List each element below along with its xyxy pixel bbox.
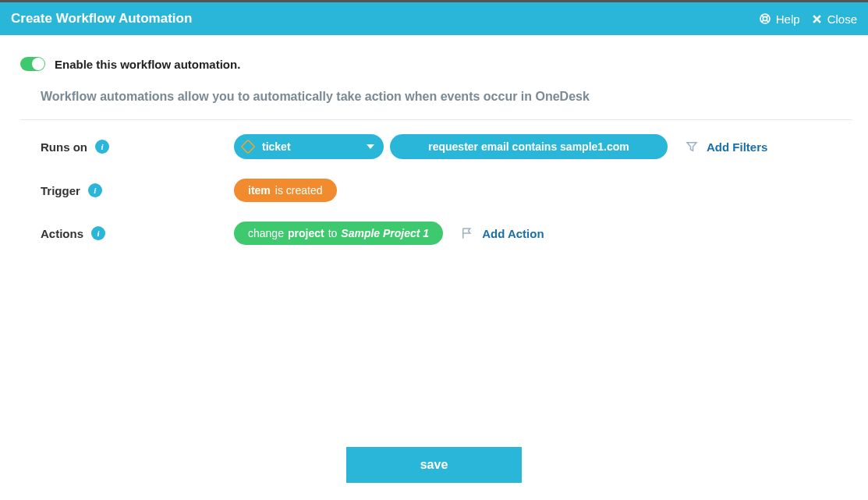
ticket-icon: [240, 139, 256, 154]
enable-label: Enable this workflow automation.: [55, 58, 240, 71]
add-filters-button[interactable]: Add Filters: [685, 140, 767, 154]
modal-header: Create Workflow Automation Help Close: [0, 2, 868, 35]
help-label: Help: [776, 12, 800, 26]
trigger-text: Trigger: [41, 184, 80, 197]
actions-row: Actions i change project to Sample Proje…: [41, 222, 852, 245]
runs-on-content: ticket requester email contains sample1.…: [234, 134, 767, 159]
toggle-knob: [32, 58, 44, 70]
svg-line-3: [767, 15, 769, 17]
filter-text: requester email contains sample1.com: [428, 140, 629, 153]
save-row: save: [0, 447, 868, 483]
filter-icon: [685, 140, 699, 154]
filter-pill[interactable]: requester email contains sample1.com: [390, 134, 668, 159]
add-filters-label: Add Filters: [707, 140, 767, 154]
action-pill[interactable]: change project to Sample Project 1: [234, 222, 443, 245]
trigger-pill[interactable]: item is created: [234, 179, 337, 202]
help-button[interactable]: Help: [759, 12, 800, 26]
svg-rect-8: [242, 140, 255, 154]
chevron-down-icon: [367, 144, 374, 149]
close-button[interactable]: Close: [811, 12, 857, 26]
trigger-content: item is created: [234, 179, 337, 202]
action-change: change: [248, 227, 284, 239]
add-action-button[interactable]: Add Action: [460, 226, 544, 240]
modal-content: Enable this workflow automation. Workflo…: [0, 35, 868, 245]
description-text: Workflow automations allow you to automa…: [41, 90, 852, 104]
info-icon[interactable]: i: [88, 183, 102, 197]
trigger-condition: is created: [275, 184, 323, 197]
svg-line-5: [767, 20, 769, 23]
actions-content: change project to Sample Project 1 Add A…: [234, 222, 544, 245]
actions-text: Actions: [41, 227, 83, 240]
add-action-label: Add Action: [482, 227, 544, 240]
enable-row: Enable this workflow automation.: [20, 57, 852, 71]
flag-icon: [460, 226, 474, 240]
trigger-row: Trigger i item is created: [41, 179, 852, 202]
action-value: Sample Project 1: [341, 227, 429, 239]
svg-line-2: [761, 15, 763, 17]
divider: [20, 119, 852, 120]
save-button[interactable]: save: [346, 447, 522, 483]
info-icon[interactable]: i: [95, 140, 109, 154]
trigger-item: item: [248, 184, 271, 197]
runs-on-row: Runs on i ticket requester email contain…: [41, 134, 852, 159]
close-label: Close: [827, 12, 857, 26]
header-actions: Help Close: [759, 12, 857, 26]
runs-on-label: Runs on i: [41, 140, 234, 154]
enable-toggle[interactable]: [20, 57, 45, 71]
lifebuoy-icon: [759, 12, 771, 25]
action-to: to: [328, 227, 338, 239]
runs-on-text: Runs on: [41, 140, 87, 154]
type-label: ticket: [262, 140, 360, 153]
modal-title: Create Workflow Automation: [11, 11, 192, 27]
type-dropdown[interactable]: ticket: [234, 134, 384, 159]
svg-line-4: [761, 20, 763, 23]
trigger-label: Trigger i: [41, 183, 234, 197]
actions-label: Actions i: [41, 226, 234, 240]
svg-point-1: [763, 16, 767, 20]
close-icon: [811, 13, 823, 25]
action-field: project: [288, 227, 324, 239]
info-icon[interactable]: i: [91, 226, 105, 240]
